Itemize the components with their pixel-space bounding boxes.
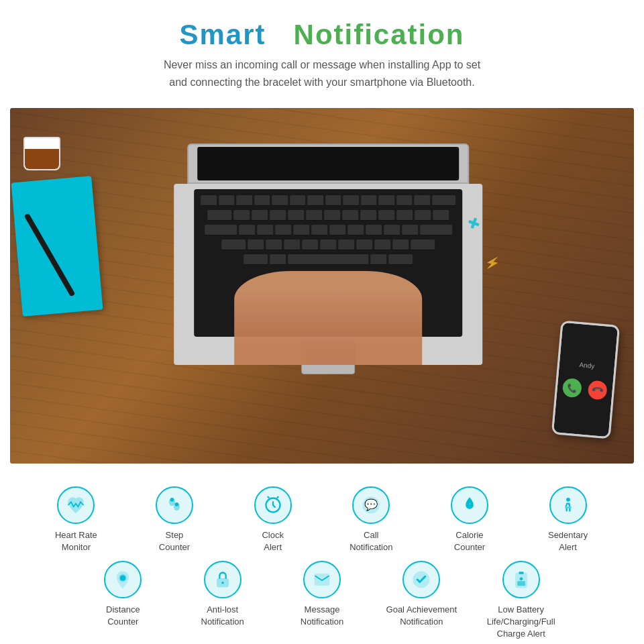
feature-goal-achievement: Goal AchievementNotification <box>378 561 465 628</box>
sedentary-alert-label: SedentaryAlert <box>548 529 588 553</box>
hero-image: ✚ ⚡ Andy 📞 📞 <box>10 108 634 464</box>
svg-rect-19 <box>519 572 523 574</box>
clock-icon <box>264 496 282 515</box>
sit-icon <box>559 496 578 515</box>
clock-alert-label: ClockAlert <box>262 529 284 553</box>
distance-counter-icon-circle <box>104 561 142 598</box>
hands <box>234 271 422 365</box>
calorie-counter-label: CalorieCounter <box>454 529 485 553</box>
svg-rect-20 <box>517 581 525 586</box>
feature-distance-counter: DistanceCounter <box>79 561 166 628</box>
keyboard <box>194 189 462 337</box>
svg-rect-10 <box>566 508 567 512</box>
lock-icon <box>213 570 232 589</box>
laptop <box>174 144 482 365</box>
call-notification-icon-circle: 💬 <box>352 486 390 524</box>
decline-button[interactable]: 📞 <box>588 380 608 400</box>
feature-sedentary-alert: SedentaryAlert <box>525 486 612 553</box>
call-icon: 💬 <box>362 496 380 515</box>
laptop-screen-top <box>187 144 469 184</box>
step-counter-label: StepCounter <box>159 529 190 553</box>
anti-lost-icon-circle <box>204 561 241 598</box>
low-battery-label: Low BatteryLife/Charging/FullCharge Aler… <box>487 604 555 641</box>
feature-message-notification: MessageNotification <box>278 561 366 628</box>
clock-alert-icon-circle <box>254 486 292 524</box>
message-icon <box>313 570 331 589</box>
anti-lost-label: Anti-lostNotification <box>201 604 244 628</box>
svg-rect-16 <box>315 574 329 584</box>
signal-icon-2: ⚡ <box>484 254 500 271</box>
svg-line-6 <box>276 496 278 498</box>
feature-anti-lost: Anti-lostNotification <box>179 561 266 628</box>
features-section: Heart RateMonitor StepCounter <box>0 473 644 644</box>
svg-point-1 <box>170 498 174 502</box>
goal-achievement-label: Goal AchievementNotification <box>386 604 458 628</box>
battery-icon <box>512 570 531 589</box>
svg-point-3 <box>175 502 179 506</box>
feature-calorie-counter: CalorieCounter <box>426 486 513 553</box>
phone: Andy 📞 📞 <box>551 321 620 439</box>
calorie-counter-icon-circle <box>451 486 488 524</box>
flame-icon <box>460 496 479 515</box>
page-title: Smart Notification <box>13 19 631 51</box>
svg-text:💬: 💬 <box>364 498 378 512</box>
call-notification-label: CallNotification <box>350 529 392 553</box>
heart-icon <box>66 496 85 515</box>
title-smart: Smart <box>179 19 266 50</box>
answer-button[interactable]: 📞 <box>562 378 582 398</box>
title-notification: Notification <box>294 19 465 50</box>
call-buttons: 📞 📞 <box>562 378 608 400</box>
notebook <box>11 176 103 317</box>
message-notification-label: MessageNotification <box>301 604 343 628</box>
features-row-1: Heart RateMonitor StepCounter <box>27 486 617 553</box>
laptop-body <box>174 184 482 365</box>
caller-name: Andy <box>579 361 595 370</box>
svg-point-15 <box>221 581 224 584</box>
svg-point-13 <box>121 576 125 580</box>
heart-rate-icon-circle <box>57 486 95 524</box>
message-notification-icon-circle <box>303 561 341 598</box>
svg-line-5 <box>267 496 268 498</box>
step-counter-icon-circle <box>156 486 193 524</box>
location-icon <box>113 570 132 589</box>
low-battery-icon-circle <box>502 561 540 598</box>
features-row-2: DistanceCounter Anti-lostNotification <box>27 561 617 641</box>
check-icon <box>412 570 431 589</box>
sedentary-alert-icon-circle <box>549 486 587 524</box>
feature-step-counter: StepCounter <box>131 486 218 553</box>
feature-call-notification: 💬 CallNotification <box>327 486 415 553</box>
heart-rate-label: Heart RateMonitor <box>55 529 97 553</box>
feature-clock-alert: ClockAlert <box>229 486 317 553</box>
distance-counter-label: DistanceCounter <box>106 604 140 628</box>
svg-point-9 <box>566 498 570 502</box>
goal-achievement-icon-circle <box>402 561 440 598</box>
header-subtitle: Never miss an incoming call or message w… <box>13 56 631 91</box>
tea-cup <box>23 137 70 184</box>
feature-heart-rate: Heart RateMonitor <box>32 486 119 553</box>
feature-low-battery: Low BatteryLife/Charging/FullCharge Aler… <box>478 561 565 641</box>
svg-rect-11 <box>569 508 570 512</box>
page-header: Smart Notification Never miss an incomin… <box>0 0 644 99</box>
steps-icon <box>165 496 184 515</box>
